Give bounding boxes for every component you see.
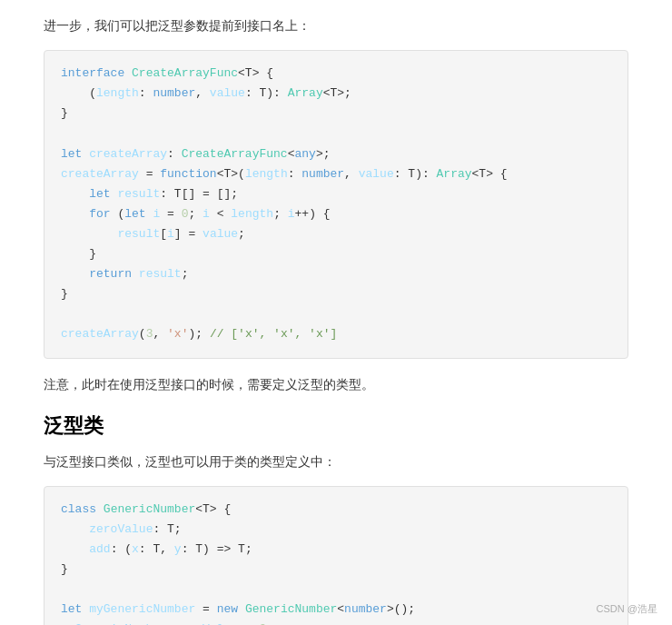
note-paragraph: 注意，此时在使用泛型接口的时候，需要定义泛型的类型。 [44,373,628,396]
section-title: 泛型类 [44,412,628,440]
watermark: CSDN @浩星 [597,602,657,616]
code-block-interface: interface CreateArrayFunc<T> { (length: … [44,50,628,358]
code-block-class: class GenericNumber<T> { zeroValue: T; a… [44,486,628,625]
intro-paragraph: 进一步，我们可以把泛型参数提前到接口名上： [44,15,628,37]
section-intro: 与泛型接口类似，泛型也可以用于类的类型定义中： [44,451,628,473]
page-container: 进一步，我们可以把泛型参数提前到接口名上： interface CreateAr… [0,0,672,625]
